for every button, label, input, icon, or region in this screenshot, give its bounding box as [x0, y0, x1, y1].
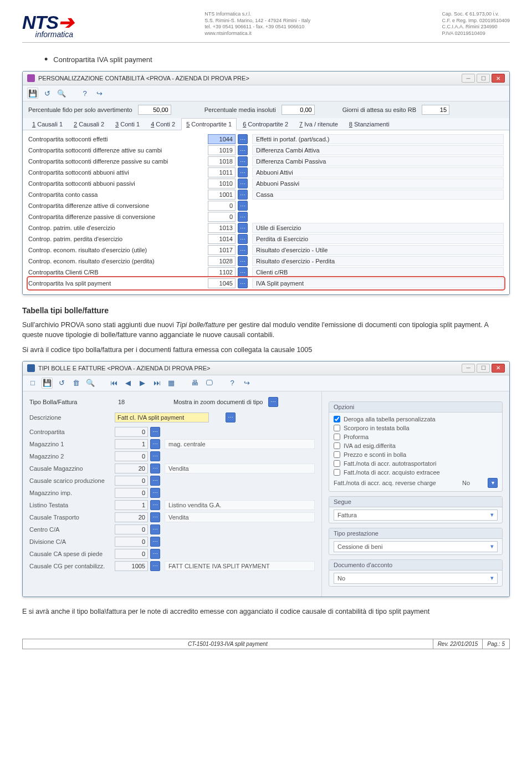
- checkbox[interactable]: [334, 416, 340, 422]
- first-icon[interactable]: ⏮: [108, 378, 119, 389]
- lookup-button[interactable]: ⋯: [150, 537, 160, 547]
- screen-icon[interactable]: 🖵: [203, 378, 214, 389]
- option-checkbox[interactable]: Prezzo e sconti in bolla: [334, 450, 498, 459]
- exit-icon[interactable]: ↪: [241, 378, 252, 389]
- search-icon[interactable]: 🔍: [56, 88, 67, 99]
- lookup-button[interactable]: ⋯: [238, 156, 248, 166]
- lookup-button[interactable]: ⋯: [150, 439, 160, 449]
- lookup-button[interactable]: ⋯: [150, 464, 160, 473]
- code-input[interactable]: 1013: [208, 223, 236, 233]
- code-input[interactable]: 1018: [208, 156, 236, 166]
- last-icon[interactable]: ⏭: [151, 378, 162, 389]
- field-value[interactable]: 20: [115, 464, 148, 473]
- undo-icon[interactable]: ↺: [42, 88, 53, 99]
- input-giorni-rb[interactable]: [422, 105, 449, 115]
- tab-0[interactable]: 1 Causali 1: [27, 118, 68, 130]
- lookup-button[interactable]: ⋯: [238, 145, 248, 155]
- code-input[interactable]: 1001: [208, 190, 236, 200]
- tab-7[interactable]: 8 Stanziamenti: [344, 118, 395, 130]
- field-value[interactable]: Fatt cl. IVA split payment: [115, 412, 209, 422]
- checkbox[interactable]: [334, 469, 340, 476]
- lookup-button[interactable]: ⋯: [238, 212, 248, 222]
- input-perc-insoluti[interactable]: [282, 105, 315, 115]
- grid-icon[interactable]: ▦: [166, 378, 177, 389]
- tab-3[interactable]: 4 Conti 2: [146, 118, 180, 130]
- option-checkbox[interactable]: Scorporo in testata bolla: [334, 424, 498, 432]
- tab-4[interactable]: 5 Contropartite 1: [181, 118, 237, 130]
- lookup-button[interactable]: ⋯: [238, 134, 248, 144]
- lookup-button[interactable]: ⋯: [238, 245, 248, 255]
- option-checkbox[interactable]: Fatt./nota di accr. autotrasportatori: [334, 459, 498, 468]
- lookup-button[interactable]: ⋯: [150, 561, 160, 571]
- lookup-button[interactable]: ⋯: [150, 500, 160, 510]
- lookup-button[interactable]: ⋯: [238, 223, 248, 233]
- print-icon[interactable]: 🖶: [189, 378, 200, 389]
- code-input[interactable]: 1019: [208, 145, 236, 155]
- close-button[interactable]: ✕: [492, 364, 505, 373]
- maximize-button[interactable]: ☐: [477, 74, 490, 83]
- tab-5[interactable]: 6 Contropartite 2: [238, 118, 293, 130]
- field-value[interactable]: 1: [115, 439, 148, 449]
- code-input[interactable]: 1028: [208, 256, 236, 266]
- code-input[interactable]: 0: [208, 201, 236, 211]
- help-icon[interactable]: ?: [227, 378, 238, 389]
- save-icon[interactable]: 💾: [27, 88, 38, 99]
- checkbox[interactable]: [334, 460, 340, 467]
- dropdown-button[interactable]: ▾: [488, 478, 498, 488]
- reverse-charge-value[interactable]: No: [462, 480, 484, 486]
- select-segue[interactable]: Fattura▾: [334, 510, 498, 521]
- field-value[interactable]: 0: [115, 451, 148, 461]
- checkbox[interactable]: [334, 434, 340, 440]
- prev-icon[interactable]: ◀: [122, 378, 134, 389]
- field-value[interactable]: 0: [115, 488, 148, 498]
- field-value[interactable]: 1: [115, 500, 148, 510]
- save-icon[interactable]: 💾: [42, 378, 53, 389]
- minimize-button[interactable]: ─: [462, 74, 475, 83]
- code-input[interactable]: 0: [208, 212, 236, 222]
- field-value[interactable]: 0: [115, 476, 148, 486]
- field-value[interactable]: 0: [115, 427, 148, 437]
- checkbox[interactable]: [334, 425, 340, 431]
- select-tipo-prestazione[interactable]: Cessione di beni▾: [334, 541, 498, 552]
- input-perc-fido[interactable]: [138, 105, 171, 115]
- delete-icon[interactable]: 🗑: [70, 378, 81, 389]
- lookup-button[interactable]: ⋯: [238, 234, 248, 244]
- option-checkbox[interactable]: IVA ad esig.differita: [334, 441, 498, 450]
- search-icon[interactable]: 🔍: [85, 378, 96, 389]
- code-input[interactable]: 1045: [208, 278, 236, 288]
- lookup-button[interactable]: ⋯: [238, 267, 248, 277]
- field-value[interactable]: 0: [115, 549, 148, 559]
- field-value[interactable]: 20: [115, 512, 148, 522]
- checkbox[interactable]: [334, 442, 340, 449]
- lookup-button[interactable]: ⋯: [238, 179, 248, 189]
- option-checkbox[interactable]: Fatt./nota di accr. acquisto extracee: [334, 468, 498, 477]
- field-value[interactable]: 0: [115, 524, 148, 534]
- lookup-button[interactable]: ⋯: [238, 256, 248, 266]
- lookup-button[interactable]: ⋯: [150, 488, 160, 498]
- maximize-button[interactable]: ☐: [477, 364, 490, 373]
- lookup-button[interactable]: ⋯: [226, 412, 236, 422]
- tab-6[interactable]: 7 Iva / ritenute: [294, 118, 343, 130]
- code-input[interactable]: 1017: [208, 245, 236, 255]
- lookup-button[interactable]: ⋯: [150, 512, 160, 522]
- select-doc-acconto[interactable]: No▾: [334, 573, 498, 584]
- minimize-button[interactable]: ─: [462, 364, 475, 373]
- checkbox[interactable]: [334, 451, 340, 458]
- lookup-button[interactable]: ⋯: [238, 201, 248, 211]
- val-tipo-bolla[interactable]: 18: [118, 399, 151, 405]
- lookup-button[interactable]: ⋯: [268, 397, 278, 407]
- next-icon[interactable]: ▶: [137, 378, 148, 389]
- lookup-button[interactable]: ⋯: [150, 476, 160, 486]
- close-button[interactable]: ✕: [492, 74, 505, 83]
- option-checkbox[interactable]: Proforma: [334, 432, 498, 441]
- new-icon[interactable]: □: [27, 378, 38, 389]
- field-value[interactable]: 0: [115, 537, 148, 547]
- tab-1[interactable]: 2 Causali 2: [69, 118, 109, 130]
- lookup-button[interactable]: ⋯: [238, 190, 248, 200]
- lookup-button[interactable]: ⋯: [150, 427, 160, 437]
- lookup-button[interactable]: ⋯: [238, 278, 248, 288]
- lookup-button[interactable]: ⋯: [238, 167, 248, 177]
- code-input[interactable]: 1102: [208, 267, 236, 277]
- code-input[interactable]: 1011: [208, 167, 236, 177]
- exit-icon[interactable]: ↪: [94, 88, 105, 99]
